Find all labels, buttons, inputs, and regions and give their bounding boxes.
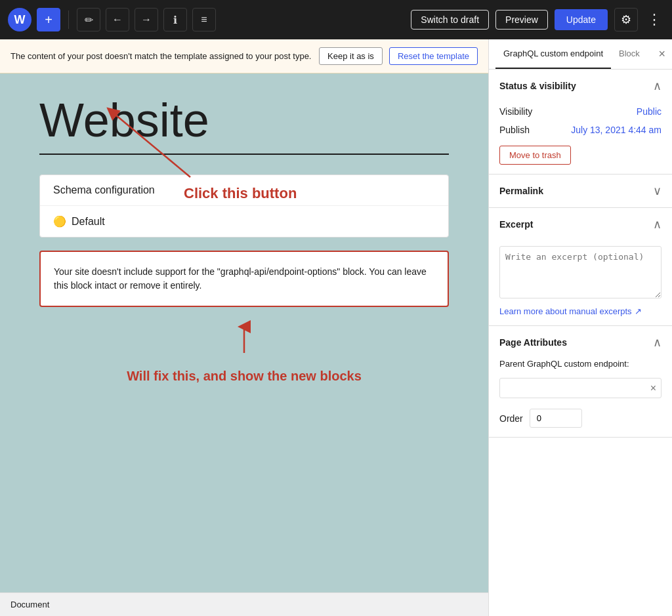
- status-visibility-section: Status & visibility ∧ Visibility Public …: [489, 70, 672, 175]
- page-attributes-title: Page Attributes: [499, 337, 567, 348]
- parent-input-wrapper: ×: [499, 378, 662, 398]
- arrow-up-container: [0, 320, 488, 359]
- schema-config-header: Schema configuration: [40, 175, 448, 206]
- content-divider: [39, 154, 449, 155]
- bottom-bar: Document: [0, 592, 488, 616]
- publish-row: Publish July 13, 2021 4:44 am: [489, 121, 672, 139]
- more-options-button[interactable]: ⋮: [644, 11, 664, 28]
- switch-to-draft-button[interactable]: Switch to draft: [411, 10, 489, 30]
- canvas: Click this button Website Schema configu…: [0, 73, 488, 592]
- visibility-label: Visibility: [499, 106, 532, 117]
- page-attributes-section: Page Attributes ∧ Parent GraphQL custom …: [489, 326, 672, 438]
- page-title: Website: [0, 73, 488, 154]
- bottom-bar-label: Document: [10, 600, 49, 609]
- wp-logo-icon[interactable]: W: [8, 8, 32, 31]
- page-attributes-toggle: ∧: [653, 335, 662, 350]
- publish-label: Publish: [499, 125, 530, 135]
- parent-input-field[interactable]: [499, 378, 662, 398]
- notice-text: The content of your post doesn't match t…: [10, 51, 312, 61]
- add-block-button[interactable]: +: [37, 8, 60, 31]
- parent-input-clear-button[interactable]: ×: [650, 382, 656, 394]
- status-section-title: Status & visibility: [499, 81, 576, 91]
- order-label: Order: [499, 413, 523, 424]
- excerpt-textarea[interactable]: [499, 246, 662, 298]
- learn-more-excerpts-link[interactable]: Learn more about manual excerpts ↗: [489, 306, 672, 325]
- schema-config-block: Schema configuration 🟡 Default: [39, 175, 449, 237]
- redo-button[interactable]: →: [135, 8, 158, 31]
- schema-default-row: 🟡 Default: [40, 206, 448, 237]
- sidebar: GraphQL custom endpoint Block × Status &…: [488, 39, 672, 616]
- visibility-row: Visibility Public: [489, 102, 672, 121]
- settings-button[interactable]: ⚙: [614, 8, 638, 31]
- undo-button[interactable]: ←: [106, 8, 129, 31]
- page-attributes-header[interactable]: Page Attributes ∧: [489, 326, 672, 359]
- error-text: Your site doesn't include support for th…: [54, 266, 427, 291]
- sidebar-tabs: GraphQL custom endpoint Block ×: [489, 39, 672, 70]
- tab-block[interactable]: Block: [611, 39, 648, 69]
- bottom-annotation: Will fix this, and show the new blocks: [0, 362, 488, 390]
- order-row: Order: [489, 403, 672, 437]
- topbar: W + ✏ ← → ℹ ≡ Switch to draft Preview Up…: [0, 0, 672, 39]
- order-input-field[interactable]: [530, 409, 582, 428]
- reset-template-button[interactable]: Reset the template: [389, 47, 478, 65]
- parent-input-row: ×: [489, 373, 672, 403]
- excerpt-section-header[interactable]: Excerpt ∧: [489, 208, 672, 241]
- notice-bar: The content of your post doesn't match t…: [0, 39, 488, 73]
- permalink-section-header[interactable]: Permalink ∨: [489, 175, 672, 207]
- edit-button[interactable]: ✏: [77, 8, 100, 31]
- error-block: Your site doesn't include support for th…: [39, 251, 449, 307]
- external-link-icon: ↗: [635, 306, 642, 316]
- publish-value[interactable]: July 13, 2021 4:44 am: [571, 125, 662, 135]
- excerpt-section: Excerpt ∧ Learn more about manual excerp…: [489, 208, 672, 326]
- keep-as-is-button[interactable]: Keep it as is: [319, 47, 383, 65]
- main-layout: The content of your post doesn't match t…: [0, 39, 672, 616]
- move-to-trash-button[interactable]: Move to trash: [499, 146, 571, 165]
- status-section-header[interactable]: Status & visibility ∧: [489, 70, 672, 102]
- update-button[interactable]: Update: [555, 9, 608, 30]
- divider: [68, 10, 69, 29]
- status-toggle-icon: ∧: [653, 79, 662, 93]
- visibility-value[interactable]: Public: [637, 106, 662, 117]
- tab-document[interactable]: GraphQL custom endpoint: [495, 39, 611, 69]
- parent-label: Parent GraphQL custom endpoint:: [489, 359, 672, 373]
- topbar-right: Switch to draft Preview Update ⚙ ⋮: [411, 8, 664, 31]
- schema-default-label: Default: [72, 216, 105, 228]
- permalink-toggle-icon: ∨: [653, 184, 662, 198]
- permalink-section-title: Permalink: [499, 186, 543, 196]
- schema-default-emoji: 🟡: [53, 215, 66, 228]
- list-view-button[interactable]: ≡: [192, 8, 216, 31]
- sidebar-close-button[interactable]: ×: [658, 47, 665, 61]
- editor-area: The content of your post doesn't match t…: [0, 39, 488, 616]
- permalink-section: Permalink ∨: [489, 175, 672, 208]
- excerpt-section-title: Excerpt: [499, 219, 533, 230]
- excerpt-toggle-icon: ∧: [653, 217, 662, 232]
- preview-button[interactable]: Preview: [495, 10, 548, 30]
- info-button[interactable]: ℹ: [163, 8, 187, 31]
